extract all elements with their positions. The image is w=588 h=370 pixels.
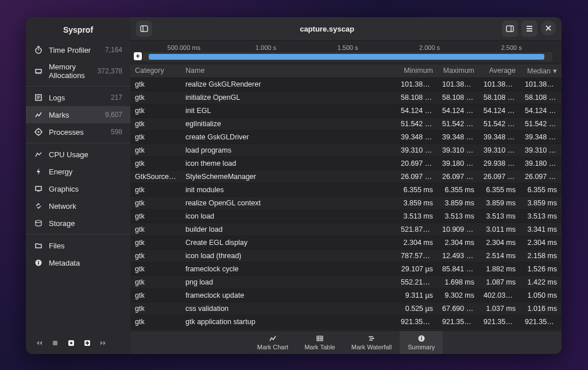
sidebar-item-cpu[interactable]: CPU Usage [26,146,130,163]
cell-name: StyleSchemeManager [181,170,396,183]
timeline[interactable]: 500.000 ms 1.000 s 1.500 s 2.000 s 2.500… [130,41,562,64]
sidebar-item-marks[interactable]: Marks 9,607 [26,106,130,123]
sidebar-item-storage[interactable]: Storage [26,215,130,232]
tab-mark-waterfall[interactable]: Mark Waterfall [343,331,400,354]
sidebar-item-processes[interactable]: Processes 598 [26,123,130,141]
cell-min: 921.358 µs [396,316,438,328]
network-icon [34,201,43,211]
app-title: Sysprof [26,17,130,41]
cell-name: eglInitialize [181,118,396,130]
waterfall-icon [368,334,376,342]
cell-name: icon load (thread) [181,250,396,262]
sidebar-item-label: Time Profiler [49,46,105,54]
table-row[interactable]: gtkrealize GskGLRenderer101.383 ms101.38… [130,78,562,91]
table-body[interactable]: gtkrealize GskGLRenderer101.383 ms101.38… [130,78,562,330]
table-row[interactable]: GtkSourceViewStyleSchemeManager26.097 ms… [130,170,562,184]
sidebar-item-memory[interactable]: Memory Allocations 372,378 [26,59,130,84]
sidebar-item-count: 7,164 [105,46,122,54]
rewind-button[interactable] [34,338,44,348]
cell-min: 20.697 ms [396,157,438,170]
separator [26,143,130,143]
sidebar-toggle-button[interactable] [136,21,152,37]
cell-max: 921.358 µs [438,316,479,328]
cell-max: 12.493 ms [438,250,479,262]
cell-min: 29.107 µs [396,263,438,275]
info-icon [34,258,43,267]
table-row[interactable]: gtkgtk application startup921.358 µs921.… [130,316,562,329]
energy-icon [34,167,43,176]
column-header-average[interactable]: Average [479,64,520,77]
cell-min: 0.525 µs [396,302,438,315]
cell-max: 39.310 ms [438,144,479,157]
sidebar-item-graphics[interactable]: Graphics [26,180,130,197]
tick-label: 2.000 s [389,44,471,51]
table-row[interactable]: gtkinitialize OpenGL58.108 ms58.108 ms58… [130,91,562,104]
stopwatch-icon [34,45,43,54]
sidebar-item-label: CPU Usage [49,150,122,159]
column-header-median[interactable]: Median▾ [520,64,562,77]
cell-name: create GskGLDriver [181,131,396,143]
table-row[interactable]: gtkicon load (thread)787.571 µs12.493 ms… [130,250,562,263]
timeline-fill [149,54,544,60]
tick-label: 2.500 s [470,44,552,51]
table-row[interactable]: gtkicon load3.513 ms3.513 ms3.513 ms3.51… [130,210,562,223]
sidebar-item-logs[interactable]: Logs 217 [26,89,130,106]
cell-max: 54.124 ms [438,104,479,117]
table-row[interactable]: gtkpng load552.210 µs1.698 ms1.087 ms1.4… [130,276,562,289]
table-row[interactable]: gtkframeclock cycle29.107 µs85.841 ms1.8… [130,263,562,276]
cell-avg: 921.358 µs [479,316,520,328]
table-row[interactable]: gtkcreate GskGLDriver39.348 ms39.348 ms3… [130,131,562,144]
sidebar-item-label: Files [49,242,122,250]
cell-avg: 51.542 ms [479,118,520,130]
cell-median: 1.016 ms [520,302,562,315]
tick-label: 500.000 ms [143,44,225,51]
table-row[interactable]: gtkicon theme load20.697 ms39.180 ms29.9… [130,157,562,170]
menu-button[interactable] [521,21,537,37]
table-row[interactable]: gtkinit modules6.355 ms6.355 ms6.355 ms6… [130,184,562,197]
cell-avg: 3.011 ms [479,223,520,236]
stop-button[interactable] [50,338,60,348]
sidebar-item-metadata[interactable]: Metadata [26,254,130,271]
cell-name: frameclock cycle [181,263,396,275]
cell-min: 58.108 ms [396,91,438,104]
sidebar-item-network[interactable]: Network [26,197,130,215]
tab-summary[interactable]: Summary [400,331,443,354]
tick-label: 1.000 s [225,44,307,51]
cell-min: 39.348 ms [396,131,438,143]
column-header-minimum[interactable]: Minimum [396,64,438,77]
secondary-pane-button[interactable] [502,21,518,37]
sidebar-item-label: Network [49,202,122,211]
cell-avg: 54.124 ms [479,104,520,117]
cell-category: gtk [130,91,181,104]
cell-max: 3.859 ms [438,197,479,209]
column-header-maximum[interactable]: Maximum [438,64,479,77]
table-row[interactable]: gtkbuilder load521.878 µs10.909 ms3.011 … [130,223,562,236]
column-header-name[interactable]: Name [181,64,396,77]
tab-mark-table[interactable]: Mark Table [296,331,343,354]
table-row[interactable]: gtkinit EGL54.124 ms54.124 ms54.124 ms54… [130,104,562,118]
expand-timeline-button[interactable]: + [134,52,142,60]
cell-min: 39.310 ms [396,144,438,157]
cell-min: 787.571 µs [396,250,438,262]
close-button[interactable] [541,21,556,36]
table-row[interactable]: gtkrealize OpenGL context3.859 ms3.859 m… [130,197,562,210]
table-row[interactable]: gtkcss validation0.525 µs67.690 ms1.037 … [130,302,562,316]
table-row[interactable]: gtkload programs39.310 ms39.310 ms39.310… [130,144,562,157]
add-button[interactable] [82,338,92,348]
tab-mark-chart[interactable]: Mark Chart [249,331,296,354]
cell-median: 39.348 ms [520,131,562,143]
column-header-category[interactable]: Category [130,64,181,77]
sidebar-item-time-profiler[interactable]: Time Profiler 7,164 [26,41,130,59]
timeline-track[interactable] [143,52,552,61]
table-row[interactable]: gtkCreate EGL display2.304 ms2.304 ms2.3… [130,236,562,250]
cell-median: 3.513 ms [520,210,562,223]
table-row[interactable]: gtkframeclock update9.311 µs9.302 ms402.… [130,289,562,302]
table-row[interactable]: gtkeglInitialize51.542 ms51.542 ms51.542… [130,118,562,131]
forward-button[interactable] [98,338,109,348]
sidebar-item-label: Metadata [49,259,122,267]
record-button[interactable] [66,338,76,348]
cell-avg: 6.355 ms [479,184,520,196]
sidebar-item-energy[interactable]: Energy [26,163,130,180]
sidebar-item-files[interactable]: Files [26,237,130,254]
cell-name: png load [181,276,396,289]
